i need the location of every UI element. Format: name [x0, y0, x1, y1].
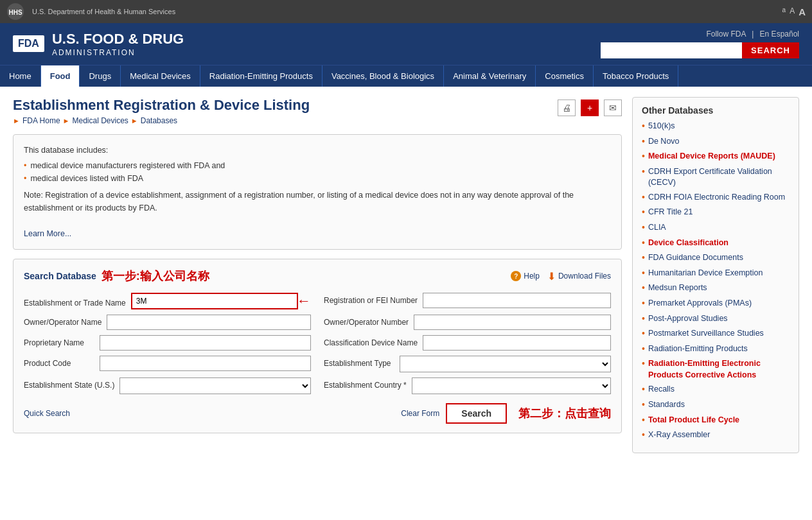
sidebar-link-radiation-corrective: • Radiation-Emitting Electronic Products… [642, 358, 790, 381]
sidebar-box: Other Databases • 510(k)s • De Novo • Me… [632, 97, 799, 453]
sidebar-link-tplc: • Total Product Life Cycle [642, 415, 790, 427]
nav-vaccines[interactable]: Vaccines, Blood & Biologics [322, 65, 444, 87]
form-footer: Quick Search Clear Form Search 第二步：点击查询 [24, 403, 611, 424]
help-link[interactable]: ? Help [511, 271, 540, 281]
establishment-state-select[interactable] [119, 377, 311, 394]
step1-annotation: 第一步:输入公司名称 [102, 268, 209, 284]
follow-fda-link[interactable]: Follow FDA [706, 30, 745, 39]
product-code-input[interactable] [100, 356, 311, 371]
info-list: medical device manufacturers registered … [24, 159, 611, 185]
proprietary-input[interactable] [100, 335, 311, 351]
bullet-icon: • [642, 120, 645, 133]
sidebar-link-denovo: • De Novo [642, 136, 790, 148]
registration-label: Registration or FEI Number [324, 293, 418, 305]
print-button[interactable]: 🖨 [558, 100, 576, 116]
link-standards[interactable]: Standards [648, 399, 685, 411]
link-clia[interactable]: CLIA [648, 222, 666, 234]
form-row-classification-device: Classification Device Name [324, 335, 611, 351]
establishment-state-label: Establishment State (U.S.) [24, 377, 114, 390]
breadcrumb-medical-devices[interactable]: Medical Devices [72, 116, 128, 125]
nav-medical-devices[interactable]: Medical Devices [121, 65, 200, 87]
link-device-classification[interactable]: Device Classification [648, 238, 728, 249]
clear-form-link[interactable]: Clear Form [401, 409, 439, 418]
link-xray[interactable]: X-Ray Assembler [648, 429, 710, 441]
sidebar-link-510k: • 510(k)s [642, 121, 790, 133]
help-label: Help [524, 272, 540, 281]
sidebar-link-hde: • Humanitarian Device Exemption [642, 268, 790, 280]
sidebar-link-postmarket: • Postmarket Surveillance Studies [642, 328, 790, 340]
fda-search-input[interactable] [601, 42, 742, 58]
nav-home[interactable]: Home [0, 65, 41, 87]
nav-tobacco[interactable]: Tobacco Products [594, 65, 678, 87]
quick-search-link[interactable]: Quick Search [24, 409, 70, 418]
nav-food[interactable]: Food [41, 65, 80, 87]
fda-main-title: U.S. FOOD & DRUG [52, 31, 184, 48]
bullet-icon: • [642, 297, 645, 310]
link-fda-guidance[interactable]: FDA Guidance Documents [648, 252, 743, 264]
link-510k[interactable]: 510(k)s [648, 121, 675, 132]
link-cecv[interactable]: CDRH Export Certificate Validation (CECV… [648, 166, 790, 189]
font-size-medium[interactable]: A [790, 6, 795, 17]
bullet-icon: • [642, 191, 645, 204]
sidebar-link-xray: • X-Ray Assembler [642, 429, 790, 442]
link-radiation-corrective[interactable]: Radiation-Emitting Electronic Products C… [648, 358, 790, 381]
owner-operator-input[interactable] [107, 315, 311, 330]
page-title: Establishment Registration & Device List… [13, 97, 310, 114]
link-recalls[interactable]: Recalls [648, 384, 675, 395]
link-post-approval[interactable]: Post-Approval Studies [648, 313, 728, 325]
breadcrumb-arrow-3: ► [131, 117, 138, 125]
bullet-icon: • [642, 313, 645, 325]
fda-search-bar: SEARCH [601, 42, 799, 58]
link-foia[interactable]: CDRH FOIA Electronic Reading Room [648, 192, 785, 204]
breadcrumb-fda-home[interactable]: FDA Home [22, 116, 60, 125]
link-radiation[interactable]: Radiation-Emitting Products [648, 343, 748, 355]
fda-logo-area: FDA U.S. FOOD & DRUG ADMINISTRATION [13, 31, 184, 56]
info-box: This database includes: medical device m… [13, 134, 622, 250]
page-icons: 🖨 + ✉ [558, 100, 622, 116]
link-pma[interactable]: Premarket Approvals (PMAs) [648, 298, 752, 309]
link-cfr21[interactable]: CFR Title 21 [648, 207, 693, 218]
link-medsun[interactable]: Medsun Reports [648, 282, 707, 294]
link-maude[interactable]: Medical Device Reports (MAUDE) [648, 151, 775, 162]
classification-device-input[interactable] [423, 335, 611, 351]
registration-input[interactable] [423, 293, 611, 308]
establishment-input[interactable] [131, 293, 298, 309]
fda-search-button[interactable]: SEARCH [742, 42, 799, 58]
email-button[interactable]: ✉ [604, 100, 622, 116]
sidebar-link-pma: • Premarket Approvals (PMAs) [642, 298, 790, 310]
add-button[interactable]: + [581, 100, 599, 116]
nav-cosmetics[interactable]: Cosmetics [536, 65, 594, 87]
download-link[interactable]: ⬇ Download Files [547, 270, 611, 282]
gov-bar-agency: HHS U.S. Department of Health & Human Se… [6, 3, 175, 21]
fda-header: FDA U.S. FOOD & DRUG ADMINISTRATION Foll… [0, 23, 812, 65]
info-list-item-2: medical devices listed with FDA [24, 172, 611, 185]
bullet-icon: • [642, 327, 645, 340]
link-postmarket[interactable]: Postmarket Surveillance Studies [648, 328, 764, 340]
nav-drugs[interactable]: Drugs [80, 65, 121, 87]
nav-radiation[interactable]: Radiation-Emitting Products [200, 65, 322, 87]
owner-operator-label: Owner/Operator Name [24, 315, 102, 327]
learn-more-link[interactable]: Learn More... [24, 229, 71, 238]
fda-header-right: Follow FDA | En Español SEARCH [601, 30, 799, 58]
establishment-country-select[interactable] [412, 377, 611, 394]
form-row-establishment-state: Establishment State (U.S.) [24, 377, 311, 394]
sidebar-link-maude: • Medical Device Reports (MAUDE) [642, 151, 790, 163]
nav-animal[interactable]: Animal & Veterinary [444, 65, 536, 87]
establishment-type-select[interactable] [400, 356, 611, 372]
fda-sub-title: ADMINISTRATION [52, 48, 184, 57]
link-hde[interactable]: Humanitarian Device Exemption [648, 268, 763, 279]
link-tplc[interactable]: Total Product Life Cycle [648, 415, 739, 426]
breadcrumb-databases[interactable]: Databases [141, 116, 177, 125]
font-size-large[interactable]: A [799, 6, 806, 17]
form-row-owner-operator-number: Owner/Operator Number [324, 315, 611, 330]
sidebar-link-cecv: • CDRH Export Certificate Validation (CE… [642, 166, 790, 189]
bullet-icon: • [642, 135, 645, 148]
help-icon: ? [511, 271, 521, 281]
link-denovo[interactable]: De Novo [648, 136, 680, 148]
proprietary-label: Proprietary Name [24, 335, 94, 347]
spanish-link[interactable]: En Español [760, 30, 799, 39]
search-button[interactable]: Search [446, 403, 507, 424]
owner-operator-number-input[interactable] [414, 315, 611, 330]
download-icon: ⬇ [547, 270, 556, 282]
font-size-small[interactable]: a [782, 6, 786, 17]
